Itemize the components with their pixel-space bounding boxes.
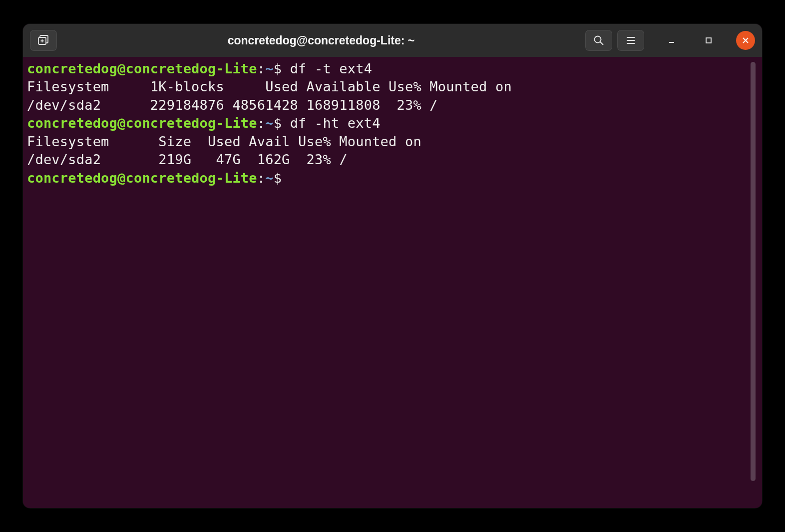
- new-tab-button[interactable]: [30, 30, 57, 51]
- terminal-body[interactable]: concretedog@concretedog-Lite:~$ df -t ex…: [23, 57, 762, 508]
- prompt-colon: :: [257, 115, 265, 131]
- close-icon: [742, 36, 750, 44]
- command-text: df -t ext4: [290, 61, 373, 76]
- close-button[interactable]: [736, 31, 755, 50]
- output-line: /dev/sda2 229184876 48561428 168911808 2…: [27, 96, 750, 114]
- minimize-icon: [668, 36, 676, 44]
- prompt-line: concretedog@concretedog-Lite:~$ df -ht e…: [27, 114, 750, 132]
- svg-point-3: [595, 36, 601, 43]
- prompt-cwd: ~: [265, 170, 273, 186]
- prompt-colon: :: [257, 61, 265, 76]
- prompt-line: concretedog@concretedog-Lite:~$: [27, 169, 750, 187]
- prompt-user-host: concretedog@concretedog-Lite: [27, 61, 257, 76]
- prompt-line: concretedog@concretedog-Lite:~$ df -t ex…: [27, 60, 750, 78]
- titlebar: concretedog@concretedog-Lite: ~: [23, 24, 762, 57]
- prompt-cwd: ~: [265, 61, 273, 76]
- titlebar-right: [585, 30, 755, 51]
- prompt-symbol: $: [274, 61, 290, 76]
- prompt-user-host: concretedog@concretedog-Lite: [27, 170, 257, 186]
- window-title: concretedog@concretedog-Lite: ~: [62, 34, 580, 47]
- titlebar-left: [30, 30, 57, 51]
- prompt-user-host: concretedog@concretedog-Lite: [27, 115, 257, 131]
- search-button[interactable]: [585, 30, 612, 51]
- maximize-button[interactable]: [699, 31, 718, 50]
- terminal-window: concretedog@concretedog-Lite: ~: [23, 24, 762, 508]
- output-line: Filesystem Size Used Avail Use% Mounted …: [27, 133, 750, 151]
- svg-rect-9: [706, 38, 711, 43]
- prompt-colon: :: [257, 170, 265, 186]
- terminal-content[interactable]: concretedog@concretedog-Lite:~$ df -t ex…: [27, 60, 750, 504]
- scrollbar-thumb[interactable]: [751, 62, 756, 481]
- scrollbar-track[interactable]: [750, 60, 756, 504]
- menu-button[interactable]: [617, 30, 644, 51]
- maximize-icon: [705, 36, 713, 44]
- prompt-symbol: $: [274, 170, 290, 186]
- command-text: df -ht ext4: [290, 115, 381, 131]
- prompt-cwd: ~: [265, 115, 273, 131]
- output-line: /dev/sda2 219G 47G 162G 23% /: [27, 151, 750, 169]
- svg-line-4: [600, 42, 603, 45]
- search-icon: [593, 35, 604, 46]
- prompt-symbol: $: [274, 115, 290, 131]
- output-line: Filesystem 1K-blocks Used Available Use%…: [27, 78, 750, 96]
- new-tab-icon: [37, 35, 49, 46]
- minimize-button[interactable]: [662, 31, 681, 50]
- hamburger-icon: [625, 35, 636, 46]
